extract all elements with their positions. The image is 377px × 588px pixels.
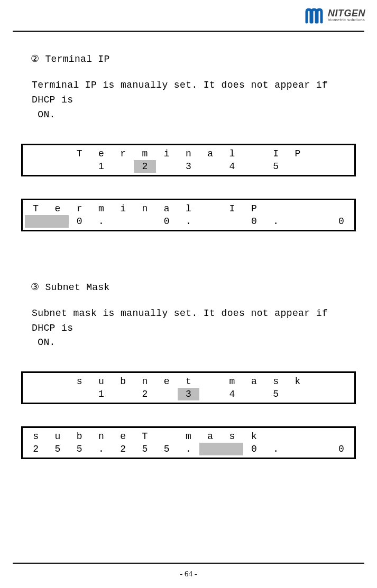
section-heading-terminal-ip: ② Terminal IP bbox=[31, 53, 356, 64]
lcd-cell: s bbox=[69, 375, 90, 388]
lcd-cell bbox=[243, 388, 265, 400]
lcd-cell: I bbox=[265, 147, 287, 160]
lcd-cell: 5 bbox=[265, 388, 287, 400]
lcd-cell: T bbox=[69, 147, 90, 160]
lcd-cell bbox=[287, 430, 308, 443]
lcd-cell: 2 bbox=[25, 443, 47, 455]
lcd-cell: m bbox=[178, 430, 199, 443]
lcd-cell: e bbox=[112, 430, 134, 443]
lcd-cell: 2 bbox=[112, 443, 134, 455]
brand-name: NITGEN bbox=[328, 8, 365, 18]
lcd-cell bbox=[199, 388, 221, 400]
lcd-cell bbox=[25, 215, 47, 228]
lcd-cell: 3 bbox=[178, 388, 199, 400]
lcd-cell: l bbox=[178, 202, 199, 215]
lcd-cell bbox=[199, 443, 221, 455]
lcd-cell: 0 bbox=[330, 215, 352, 228]
lcd-cell: 1 bbox=[90, 388, 112, 400]
lcd-cell bbox=[25, 388, 47, 400]
brand-logo: NITGEN biometric solutions bbox=[305, 6, 365, 24]
lcd-cell: s bbox=[25, 430, 47, 443]
lcd-cell bbox=[243, 147, 265, 160]
lcd-cell bbox=[25, 160, 47, 173]
grid-terminal-ip-entry: TerminalIP0.0.0.0 bbox=[25, 202, 352, 228]
lcd-cell: u bbox=[90, 375, 112, 388]
lcd-subnet-mask-entry: subneTmask255.255.0.0 bbox=[21, 426, 356, 459]
lcd-cell: e bbox=[90, 147, 112, 160]
brand-tagline: biometric solutions bbox=[328, 18, 365, 22]
lcd-cell: 4 bbox=[221, 388, 243, 400]
lcd-cell bbox=[69, 388, 90, 400]
lcd-cell: m bbox=[134, 147, 155, 160]
grid-subnet-mask-menu: subnetmask12345 bbox=[25, 375, 352, 400]
lcd-cell bbox=[308, 160, 330, 173]
lcd-cell bbox=[199, 375, 221, 388]
lcd-cell: t bbox=[178, 375, 199, 388]
lcd-cell: 0 bbox=[156, 215, 178, 228]
logo-icon bbox=[305, 6, 326, 24]
lcd-cell bbox=[308, 375, 330, 388]
lcd-cell bbox=[330, 388, 352, 400]
lcd-cell: i bbox=[112, 202, 134, 215]
lcd-cell bbox=[330, 430, 352, 443]
section-body-terminal-ip: Terminal IP is manually set. It does not… bbox=[32, 78, 353, 123]
lcd-cell bbox=[112, 160, 134, 173]
lcd-terminal-ip-entry: TerminalIP0.0.0.0 bbox=[21, 199, 356, 231]
lcd-cell: 5 bbox=[69, 443, 90, 455]
lcd-subnet-mask-menu: subnetmask12345 bbox=[21, 371, 356, 404]
lcd-cell: 5 bbox=[134, 443, 155, 455]
lcd-cell bbox=[112, 388, 134, 400]
lcd-cell: P bbox=[243, 202, 265, 215]
lcd-cell: e bbox=[47, 202, 68, 215]
lcd-cell bbox=[156, 160, 178, 173]
lcd-cell bbox=[199, 160, 221, 173]
lcd-cell: i bbox=[156, 147, 178, 160]
lcd-cell: k bbox=[243, 430, 265, 443]
lcd-cell bbox=[243, 160, 265, 173]
lcd-cell: . bbox=[178, 215, 199, 228]
lcd-cell bbox=[112, 215, 134, 228]
lcd-cell bbox=[287, 388, 308, 400]
lcd-cell: a bbox=[156, 202, 178, 215]
lcd-cell: 1 bbox=[90, 160, 112, 173]
lcd-cell bbox=[308, 202, 330, 215]
lcd-cell bbox=[287, 202, 308, 215]
lcd-cell: b bbox=[69, 430, 90, 443]
lcd-cell bbox=[199, 202, 221, 215]
lcd-cell bbox=[47, 375, 68, 388]
lcd-cell: . bbox=[90, 215, 112, 228]
lcd-cell bbox=[330, 160, 352, 173]
lcd-cell: e bbox=[156, 375, 178, 388]
lcd-cell bbox=[308, 443, 330, 455]
lcd-cell: 3 bbox=[178, 160, 199, 173]
lcd-cell: m bbox=[221, 375, 243, 388]
lcd-cell: T bbox=[134, 430, 155, 443]
lcd-cell: 0 bbox=[330, 443, 352, 455]
lcd-cell bbox=[287, 215, 308, 228]
lcd-cell: n bbox=[90, 430, 112, 443]
lcd-cell bbox=[265, 430, 287, 443]
lcd-cell bbox=[308, 430, 330, 443]
lcd-cell bbox=[134, 215, 155, 228]
lcd-cell bbox=[69, 160, 90, 173]
lcd-cell: r bbox=[69, 202, 90, 215]
lcd-cell bbox=[221, 215, 243, 228]
lcd-cell bbox=[156, 388, 178, 400]
lcd-cell: T bbox=[25, 202, 47, 215]
lcd-cell: r bbox=[112, 147, 134, 160]
lcd-cell: 4 bbox=[221, 160, 243, 173]
lcd-cell bbox=[221, 443, 243, 455]
lcd-cell: 2 bbox=[134, 388, 155, 400]
header-rule bbox=[13, 31, 364, 32]
lcd-cell bbox=[287, 443, 308, 455]
lcd-cell bbox=[330, 202, 352, 215]
lcd-cell bbox=[47, 215, 68, 228]
lcd-cell: I bbox=[221, 202, 243, 215]
lcd-cell bbox=[156, 430, 178, 443]
lcd-cell bbox=[199, 215, 221, 228]
page-number: - 64 - bbox=[0, 570, 377, 578]
lcd-cell: 0 bbox=[243, 443, 265, 455]
lcd-cell bbox=[308, 215, 330, 228]
lcd-cell: n bbox=[134, 202, 155, 215]
section-body-subnet-mask: Subnet mask is manually set. It does not… bbox=[32, 306, 353, 351]
